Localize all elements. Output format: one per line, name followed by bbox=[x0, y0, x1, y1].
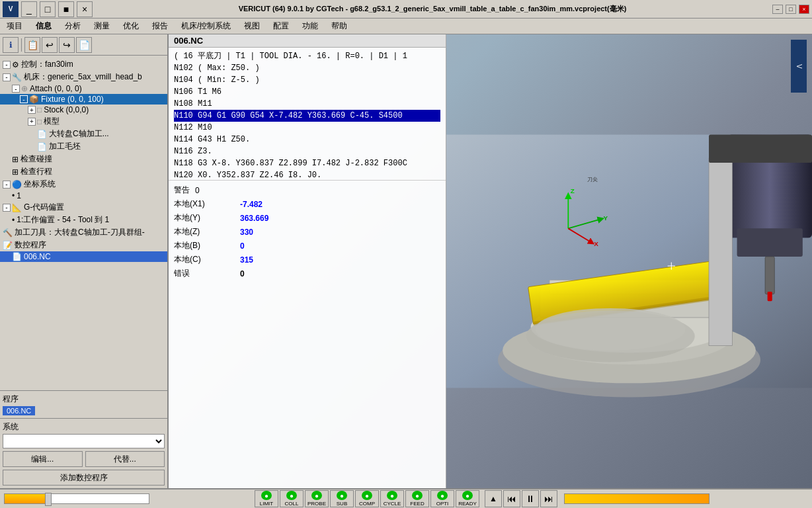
coord-row-c: 本地(C) 315 bbox=[174, 254, 440, 265]
tree-label-machine: 机床：generic_5ax_vmill_head_b bbox=[24, 71, 142, 83]
tree-item-coord-1[interactable]: • 1 bbox=[0, 190, 167, 201]
svg-text:Y: Y bbox=[604, 214, 608, 222]
min-win-btn[interactable]: _ bbox=[21, 1, 37, 17]
nav-prev[interactable]: ⏮ bbox=[503, 490, 520, 507]
tree-label-file2: 加工毛坯 bbox=[49, 141, 81, 152]
tree-item-coord-sys[interactable]: - 🔵 坐标系统 bbox=[0, 178, 167, 190]
menu-info[interactable]: 信息 bbox=[29, 19, 58, 33]
error-value: 0 bbox=[240, 269, 245, 278]
info-icon-btn[interactable]: ℹ bbox=[3, 37, 19, 53]
menu-function[interactable]: 功能 bbox=[296, 19, 325, 33]
tree-item-fixture[interactable]: - 📦 Fixture (0, 0, 100) bbox=[0, 94, 167, 105]
opti-btn[interactable]: ● OPTI bbox=[430, 490, 454, 507]
close-btn[interactable]: × bbox=[799, 5, 809, 14]
copy-btn[interactable]: 📋 bbox=[24, 37, 40, 53]
undo-btn[interactable]: ↩ bbox=[42, 37, 58, 53]
max-win-btn[interactable]: ■ bbox=[58, 1, 74, 17]
menu-help[interactable]: 帮助 bbox=[325, 19, 354, 33]
file1-icon: 📄 bbox=[37, 130, 47, 139]
toggle-stock[interactable]: + bbox=[28, 106, 36, 114]
tree-item-travel[interactable]: ⊞ 检查行程 bbox=[0, 165, 167, 178]
coll-btn[interactable]: ● COLL bbox=[280, 490, 304, 507]
tree-item-stock[interactable]: + □ Stock (0,0,0) bbox=[0, 105, 167, 115]
tree-item-nc-file[interactable]: 📄 006.NC bbox=[0, 251, 167, 262]
tree-label-tool: 加工刀具：大转盘C轴加工-刀具群组- bbox=[15, 227, 145, 238]
warning-label: 警告 bbox=[174, 185, 190, 196]
redo-btn[interactable]: ↪ bbox=[59, 37, 75, 53]
control-icon: ⚙ bbox=[12, 60, 19, 69]
coord-row-error: 错误 0 bbox=[174, 268, 440, 279]
replace-button[interactable]: 代替... bbox=[85, 451, 165, 467]
tree-item-machine[interactable]: - 🔧 机床：generic_5ax_vmill_head_b bbox=[0, 71, 167, 83]
paste-btn[interactable]: 📄 bbox=[76, 37, 92, 53]
toggle-machine[interactable]: - bbox=[3, 73, 11, 81]
work-offset-icon: • bbox=[12, 216, 15, 225]
coord-row-b: 本地(B) 0 bbox=[174, 240, 440, 251]
collision-icon: ⊞ bbox=[12, 155, 19, 164]
sub-label: SUB bbox=[337, 501, 347, 507]
tree-item-work-offset[interactable]: • 1:工作偏置 - 54 - Tool 到 1 bbox=[0, 214, 167, 226]
ready-btn[interactable]: ● READY bbox=[456, 490, 479, 507]
right-progress-bar[interactable] bbox=[564, 493, 710, 504]
menu-machine[interactable]: 机床/控制系统 bbox=[175, 19, 237, 33]
nc-file-label: 006.NC bbox=[169, 34, 446, 48]
comp-btn[interactable]: ● COMP bbox=[355, 490, 379, 507]
toggle-gcode[interactable]: - bbox=[3, 204, 11, 212]
nc-program-section: 程序 006.NC bbox=[0, 390, 167, 418]
toggle-model[interactable]: + bbox=[28, 118, 36, 126]
nc-program-row: 006.NC bbox=[3, 406, 165, 415]
add-nc-program-button[interactable]: 添加数控程序 bbox=[3, 470, 165, 486]
tree-item-file2[interactable]: 📄 加工毛坯 bbox=[0, 140, 167, 153]
probe-btn[interactable]: ● PROBE bbox=[305, 490, 329, 507]
close-win-btn[interactable]: × bbox=[77, 1, 93, 17]
menu-report[interactable]: 报告 bbox=[145, 19, 175, 33]
minimize-btn[interactable]: – bbox=[772, 5, 783, 14]
menu-optimize[interactable]: 优化 bbox=[116, 19, 145, 33]
nav-pause[interactable]: ⏸ bbox=[522, 490, 539, 507]
tree-item-nc-program[interactable]: 📝 数控程序 bbox=[0, 239, 167, 251]
progress-area bbox=[0, 493, 252, 504]
edit-button[interactable]: 编辑... bbox=[3, 451, 83, 467]
tree-item-attach[interactable]: - ⊕ Attach (0, 0, 0) bbox=[0, 83, 167, 94]
viewport[interactable]: 006.NC ( 16 平底刀 | T1 | TOOL DIA. - 16. |… bbox=[169, 34, 812, 488]
coord-value-c: 315 bbox=[240, 255, 253, 265]
tree-panel[interactable]: - ⚙ 控制：fan30im - 🔧 机床：generic_5ax_vmill_… bbox=[0, 56, 167, 390]
coord-value-z: 330 bbox=[240, 228, 253, 237]
nav-next[interactable]: ⏭ bbox=[540, 490, 557, 507]
maximize-btn[interactable]: □ bbox=[786, 5, 796, 14]
svg-text:Z: Z bbox=[571, 187, 575, 194]
control-buttons: ● LIMIT ● COLL ● PROBE ● SUB ● COMP ● CY… bbox=[252, 490, 482, 507]
tree-item-gcode-offset[interactable]: - 📐 G-代码偏置 bbox=[0, 201, 167, 214]
toggle-coord[interactable]: - bbox=[3, 181, 11, 189]
tree-item-collision[interactable]: ⊞ 检查碰撞 bbox=[0, 153, 167, 165]
cycle-btn[interactable]: ● CYCLE bbox=[380, 490, 404, 507]
nc-program-item[interactable]: 006.NC bbox=[3, 406, 35, 415]
comp-icon: ● bbox=[362, 491, 372, 500]
coord-label-x: 本地(X1) bbox=[174, 198, 240, 210]
tree-item-control[interactable]: - ⚙ 控制：fan30im bbox=[0, 58, 167, 71]
menu-view[interactable]: 视图 bbox=[237, 19, 266, 33]
tree-item-tool[interactable]: 🔨 加工刀具：大转盘C轴加工-刀具群组- bbox=[0, 226, 167, 239]
limit-icon: ● bbox=[261, 491, 272, 500]
tree-item-model[interactable]: + □ 模型 bbox=[0, 115, 167, 128]
sub-btn[interactable]: ● SUB bbox=[330, 490, 354, 507]
limit-btn[interactable]: ● LIMIT bbox=[255, 490, 278, 507]
progress-bar-left[interactable] bbox=[4, 493, 149, 504]
menu-config[interactable]: 配置 bbox=[266, 19, 296, 33]
restore-win-btn[interactable]: □ bbox=[40, 1, 56, 17]
toggle-control[interactable]: - bbox=[3, 61, 11, 69]
feed-btn[interactable]: ● FEED bbox=[405, 490, 429, 507]
progress-thumb[interactable] bbox=[45, 493, 52, 506]
tree-item-file1[interactable]: 📄 大转盘C轴加工... bbox=[0, 128, 167, 140]
menu-analysis[interactable]: 分析 bbox=[58, 19, 87, 33]
coord-row-x: 本地(X1) -7.482 bbox=[174, 198, 440, 210]
toggle-attach[interactable]: - bbox=[12, 85, 20, 93]
file2-icon: 📄 bbox=[37, 142, 47, 151]
coord-row-y: 本地(Y) 363.669 bbox=[174, 212, 440, 224]
nav-triangle-up[interactable]: ▲ bbox=[485, 490, 502, 507]
menu-project[interactable]: 项目 bbox=[0, 19, 29, 33]
coord-icon: 🔵 bbox=[12, 180, 22, 189]
system-select[interactable] bbox=[3, 434, 165, 448]
toggle-fixture[interactable]: - bbox=[20, 95, 28, 103]
menu-measure[interactable]: 测量 bbox=[87, 19, 116, 33]
